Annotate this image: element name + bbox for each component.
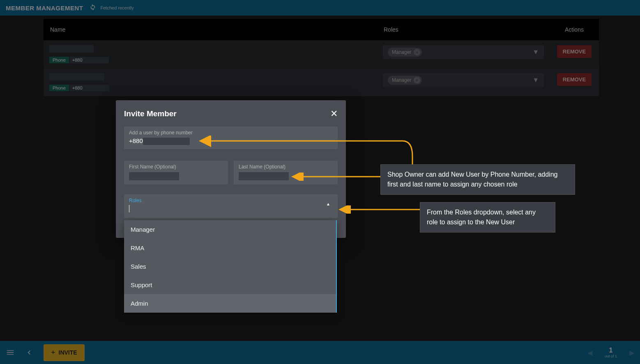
page-number-value: 1 [609,347,613,354]
invite-button[interactable]: + INVITE [44,344,85,361]
role-chip: Manager ✕ [388,48,422,57]
page-number: 1 out of 1 [605,347,617,358]
last-name-redacted [239,172,289,180]
invite-member-modal: Invite Member ✕ Add a user by phone numb… [116,100,346,238]
table-row: Phone +880 Manager ✕ ▼ REMOVE [44,40,599,68]
last-name-label: Last Name (Optional) [239,164,333,170]
phone-number-redacted [85,57,109,63]
main-content: Name Roles Actions Phone +880 [44,19,599,96]
remove-button[interactable]: REMOVE [557,73,592,86]
annotation-arrow-3 [335,205,425,214]
chevron-up-icon: ▲ [326,202,330,206]
last-name-field[interactable]: Last Name (Optional) [234,161,338,184]
remove-role-icon[interactable]: ✕ [414,49,420,55]
next-page-icon[interactable]: ▶ [629,349,634,357]
page-title: MEMBER MANAGEMENT [6,5,83,12]
chevron-down-icon: ▼ [532,76,539,84]
annotation-box-2: From the Roles dropdown, select any role… [420,202,555,233]
role-option-admin[interactable]: Admin [124,294,336,313]
first-name-field[interactable]: First Name (Optional) [124,161,228,184]
role-option-support[interactable]: Support [124,276,336,294]
roles-cursor [129,205,130,212]
menu-icon[interactable] [6,348,15,357]
member-name-redacted [49,73,104,81]
member-name-redacted [49,45,94,53]
phone-field-label: Add a user by phone number [129,130,333,136]
plus-icon: + [51,348,55,357]
phone-prefix: +880 [70,85,85,91]
table-row: Phone +880 Manager ✕ ▼ REMOVE [44,68,599,96]
remove-button[interactable]: REMOVE [557,45,592,58]
phone-label: Phone [49,57,69,63]
phone-number-redacted [85,85,109,91]
roles-label: Roles [129,198,333,203]
phone-field[interactable]: Add a user by phone number +880 [124,127,338,149]
fetched-status: Fetched recently [101,5,134,10]
back-icon[interactable] [25,349,33,356]
remove-role-icon[interactable]: ✕ [414,77,420,83]
page-count-label: out of 1 [605,354,617,358]
role-select[interactable]: Manager ✕ ▼ [383,45,544,59]
topbar: MEMBER MANAGEMENT Fetched recently [0,0,640,16]
bottombar: + INVITE ◀ 1 out of 1 ▶ [0,341,640,364]
header-roles: Roles [377,19,550,40]
role-chip-label: Manager [392,77,411,83]
first-name-redacted [129,172,179,180]
roles-dropdown: Manager RMA Sales Support Admin [124,220,337,313]
roles-field[interactable]: Roles ▲ [124,194,338,218]
modal-title: Invite Member [124,109,177,118]
close-icon[interactable]: ✕ [330,109,338,118]
phone-prefix: +880 [70,57,85,63]
role-chip-label: Manager [392,49,411,55]
refresh-icon[interactable] [89,3,101,12]
prev-page-icon[interactable]: ◀ [587,349,592,357]
header-name: Name [44,19,377,40]
role-option-manager[interactable]: Manager [124,220,336,239]
members-table: Name Roles Actions Phone +880 [44,19,599,96]
role-chip: Manager ✕ [388,76,422,85]
first-name-label: First Name (Optional) [129,164,223,170]
header-actions: Actions [550,19,599,40]
phone-field-value: +880 [129,137,190,144]
role-option-rma[interactable]: RMA [124,239,336,257]
annotation-box-1: Shop Owner can add New User by Phone Num… [380,164,575,195]
invite-button-label: INVITE [59,349,77,356]
phone-prefix-value: +880 [129,137,143,144]
phone-value-redacted [143,138,190,145]
phone-label: Phone [49,85,69,91]
role-option-sales[interactable]: Sales [124,257,336,276]
chevron-down-icon: ▼ [532,48,539,56]
role-select[interactable]: Manager ✕ ▼ [383,73,544,87]
pager: ◀ 1 out of 1 ▶ [587,347,634,358]
